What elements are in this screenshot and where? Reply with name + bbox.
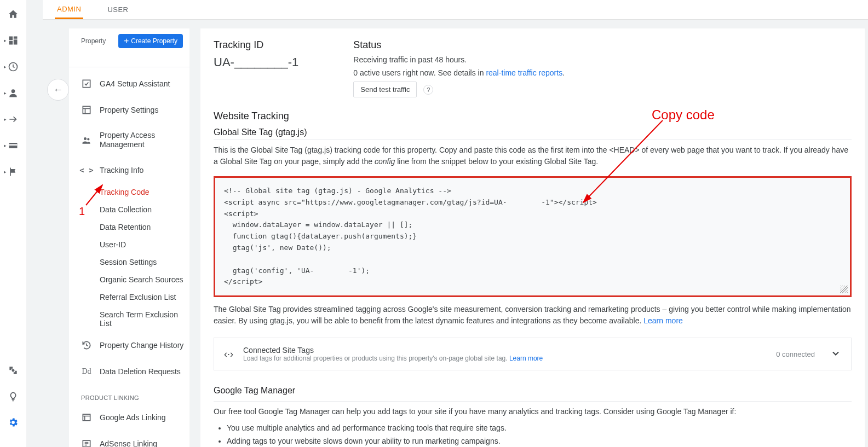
nav-organic-search[interactable]: Organic Search Sources [100,271,189,288]
nav-tracking-info[interactable]: < > Tracking Info [69,157,189,183]
nav-referral-exclusion[interactable]: Referral Exclusion List [100,288,189,306]
code-icon: < > [81,165,92,176]
gtm-title: Google Tag Manager [214,386,852,396]
svg-point-1 [12,89,15,93]
learn-more-link[interactable]: Learn more [643,316,683,325]
left-icon-rail [0,0,26,447]
tracking-code-box[interactable]: <!-- Global site tag (gtag.js) - Google … [214,176,852,297]
home-icon[interactable] [7,8,20,21]
arrow-right-icon[interactable] [7,113,20,126]
property-sidebar: Property +Create Property GA4 Setup Assi… [69,28,189,447]
expand-icon[interactable] [830,348,841,361]
nav-ga4-setup[interactable]: GA4 Setup Assistant [69,71,189,97]
nav-data-retention[interactable]: Data Retention [100,218,189,236]
create-property-button[interactable]: +Create Property [118,34,183,48]
gtag-description: This is the Global Site Tag (gtag.js) tr… [214,144,852,167]
connect-icon: ‹·› [224,349,233,360]
status-label: Status [353,39,565,51]
connected-count: 0 connected [776,350,815,358]
realtime-reports-link[interactable]: real-time traffic reports [486,68,562,77]
group-icon [81,135,92,146]
admin-tabs: ADMIN USER [43,0,868,20]
card-icon[interactable] [7,139,20,152]
dashboard-icon[interactable] [7,34,20,47]
tab-user[interactable]: USER [105,0,130,19]
nav-property-access[interactable]: Property Access Management [69,123,189,157]
settings-icon[interactable] [7,416,20,429]
person-icon[interactable] [7,86,20,100]
annotation-copy-code: Copy code [652,107,715,123]
bulb-icon[interactable] [7,390,20,403]
nav-data-collection[interactable]: Data Collection [100,201,189,218]
tab-admin[interactable]: ADMIN [55,0,83,19]
adsense-icon [81,438,92,447]
website-tracking-title: Website Tracking [214,111,852,122]
nav-search-term-exclusion[interactable]: Search Term Exclusion List [100,306,189,332]
status-line-2: 0 active users right now. See details in… [353,68,565,77]
gtag-footer-text: The Global Site Tag provides streamlined… [214,304,852,327]
nav-session-settings[interactable]: Session Settings [100,253,189,271]
svg-point-7 [84,137,87,140]
nav-google-ads-linking[interactable]: Google Ads Linking [69,404,189,431]
connected-learn-more-link[interactable]: Learn more [509,355,543,362]
gtag-title: Global Site Tag (gtag.js) [214,127,852,137]
nav-data-deletion[interactable]: Dd Data Deletion Requests [69,358,189,385]
gtm-desc: Our free tool Google Tag Manager can hel… [214,406,852,417]
connected-desc: Load tags for additional properties or p… [243,355,766,362]
back-button[interactable]: ← [47,79,69,101]
checkbox-icon [81,78,92,89]
svg-rect-5 [83,80,90,87]
gtm-list: You use multiple analytics and ad perfor… [227,422,852,447]
help-icon[interactable]: ? [423,85,433,95]
tracking-id-value: UA-________-1 [214,55,298,69]
status-line-1: Receiving traffic in past 48 hours. [353,55,565,64]
tracking-id-label: Tracking ID [214,39,298,51]
svg-rect-9 [83,414,90,421]
gtm-list-item-2: Adding tags to your website slows down y… [227,435,852,447]
connected-site-tags-panel[interactable]: ‹·› Connected Site Tags Load tags for ad… [214,338,852,370]
history-icon [81,340,92,351]
discover-icon[interactable] [7,364,20,377]
nav-adsense-linking[interactable]: AdSense Linking [69,431,189,447]
send-test-traffic-button[interactable]: Send test traffic [353,82,417,97]
svg-rect-3 [9,144,18,146]
tracking-sublist: Tracking Code Data Collection Data Reten… [69,183,189,332]
property-label: Property [81,37,106,45]
connected-title: Connected Site Tags [243,346,766,355]
nav-change-history[interactable]: Property Change History [69,332,189,358]
gtm-list-item-1: You use multiple analytics and ad perfor… [227,422,852,435]
layout-icon [81,105,92,115]
product-linking-header: PRODUCT LINKING [69,385,189,404]
ads-icon [81,412,92,423]
flag-icon[interactable] [7,165,20,178]
nav-tracking-code[interactable]: Tracking Code [100,183,189,201]
annotation-number-1: 1 [79,205,85,218]
nav-property-settings[interactable]: Property Settings [69,97,189,123]
property-name[interactable] [69,51,189,67]
main-panel: Tracking ID UA-________-1 Status Receivi… [200,28,865,447]
svg-point-8 [87,138,89,140]
dd-icon: Dd [81,366,92,377]
nav-user-id[interactable]: User-ID [100,236,189,253]
svg-point-4 [12,369,14,371]
svg-rect-6 [83,106,90,113]
clock-icon[interactable] [7,60,20,73]
